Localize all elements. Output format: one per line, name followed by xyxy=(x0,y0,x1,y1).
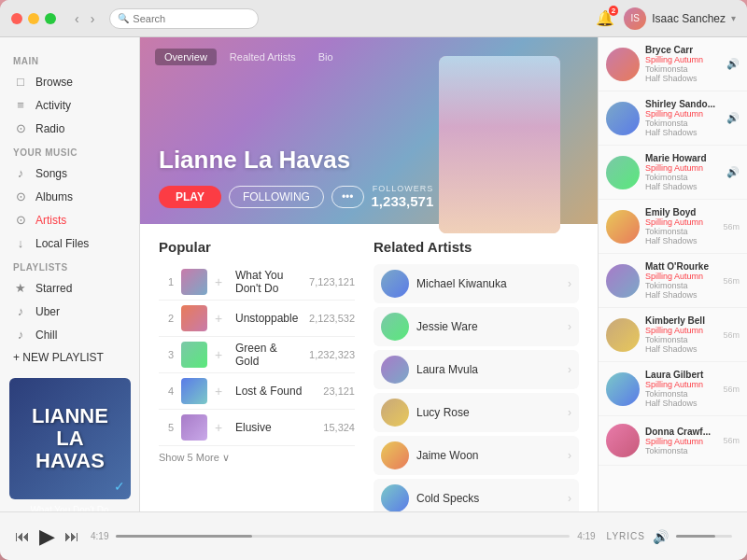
np-user: Kimberly Bell xyxy=(645,315,717,326)
list-item[interactable]: Matt O'Rourke Spilling Autumn Tokimonsta… xyxy=(599,254,747,308)
add-icon[interactable]: + xyxy=(215,420,228,435)
np-sub: Half Shadows xyxy=(645,236,717,245)
now-playing-sidebar: Bryce Carr Spilling Autumn Tokimonsta Ha… xyxy=(598,37,747,511)
app-window: ‹ › 🔍 🔔 2 IS Isaac Sanchez ▾ MAIN xyxy=(0,0,747,560)
search-input[interactable] xyxy=(133,13,250,24)
album-text: LIANNELAHAVAS xyxy=(32,405,108,473)
progress-track[interactable] xyxy=(116,535,570,538)
tab-overview[interactable]: Overview xyxy=(155,49,217,65)
table-row[interactable]: 5 + Elusive 15,324 xyxy=(159,410,355,446)
list-item[interactable]: Kimberly Bell Spilling Autumn Tokimonsta… xyxy=(599,308,747,362)
sidebar-item-local[interactable]: ↓ Local Files xyxy=(0,231,139,255)
search-bar[interactable]: 🔍 xyxy=(109,8,259,29)
list-item[interactable]: Emily Boyd Spilling Autumn Tokimonsta Ha… xyxy=(599,200,747,254)
new-playlist-button[interactable]: + NEW PLAYLIST xyxy=(0,346,139,369)
show-more-button[interactable]: Show 5 More ∨ xyxy=(159,452,355,464)
track-thumb xyxy=(181,269,207,295)
sidebar-playlists-title: PLAYLISTS xyxy=(0,255,139,276)
prev-button[interactable]: ⏮ xyxy=(15,528,30,545)
artist-content: Popular 1 + What You Don't Do 7,123,121 … xyxy=(140,224,598,511)
sidebar-main-title: MAIN xyxy=(0,49,139,70)
play-button[interactable]: PLAY xyxy=(159,186,221,208)
chill-icon: ♪ xyxy=(13,328,28,342)
sidebar-item-radio[interactable]: ⊙ Radio xyxy=(0,117,139,140)
col-left: Popular 1 + What You Don't Do 7,123,121 … xyxy=(159,239,355,511)
np-time: 56m xyxy=(723,222,740,231)
table-row[interactable]: 3 + Green & Gold 1,232,323 xyxy=(159,337,355,373)
sidebar-item-artists[interactable]: ⊙ Artists xyxy=(0,208,139,231)
tab-related[interactable]: Realted Artists xyxy=(220,49,305,65)
play-pause-button[interactable]: ▶ xyxy=(39,525,55,549)
np-song: Spilling Autumn xyxy=(645,163,721,173)
list-item[interactable]: Donna Crawf... Spilling Autumn Tokimonst… xyxy=(599,416,747,466)
list-item[interactable]: Laura Mvula › xyxy=(374,350,579,389)
list-item[interactable]: Cold Specks › xyxy=(374,479,579,511)
following-button[interactable]: FOLLOWING xyxy=(229,186,324,208)
list-item[interactable]: Laura Gilbert Spilling Autumn Tokimonsta… xyxy=(599,362,747,416)
main-layout: MAIN □ Browse ≡ Activity ⊙ Radio YOUR MU… xyxy=(0,37,747,511)
forward-button[interactable]: › xyxy=(87,9,99,28)
np-artist: Tokimonsta xyxy=(645,389,717,399)
avatar xyxy=(606,318,640,352)
now-playing-album[interactable]: LIANNELAHAVAS ✓ xyxy=(9,378,131,499)
np-artist: Tokimonsta xyxy=(645,64,721,74)
next-button[interactable]: ⏭ xyxy=(64,528,79,545)
np-info: Matt O'Rourke Spilling Autumn Tokimonsta… xyxy=(645,261,717,300)
minimize-button[interactable] xyxy=(28,13,39,24)
track-thumb xyxy=(181,378,207,404)
sidebar-item-chill[interactable]: ♪ Chill xyxy=(0,323,139,346)
artist-thumb xyxy=(381,313,409,341)
np-info: Kimberly Bell Spilling Autumn Tokimonsta… xyxy=(645,315,717,354)
sidebar-item-uber[interactable]: ♪ Uber xyxy=(0,300,139,323)
followers-info: FOLLOWERS 1,233,571 xyxy=(372,184,434,209)
artist-figure xyxy=(439,56,560,233)
np-song: Spilling Autumn xyxy=(645,380,717,389)
track-thumb xyxy=(181,305,207,331)
sidebar-item-label: Songs xyxy=(35,167,67,180)
close-button[interactable] xyxy=(11,13,22,24)
track-plays: 7,123,121 xyxy=(309,276,355,287)
nav-arrows: ‹ › xyxy=(71,9,98,28)
np-user: Laura Gilbert xyxy=(645,370,717,380)
list-item[interactable]: Bryce Carr Spilling Autumn Tokimonsta Ha… xyxy=(599,37,747,91)
np-sub: Half Shadows xyxy=(645,128,721,137)
sidebar-item-albums[interactable]: ⊙ Albums xyxy=(0,185,139,208)
list-item[interactable]: Shirley Sando... Spilling Autumn Tokimon… xyxy=(599,91,747,146)
sidebar-item-activity[interactable]: ≡ Activity xyxy=(0,93,139,117)
add-icon[interactable]: + xyxy=(215,384,228,399)
list-item[interactable]: Jessie Ware › xyxy=(374,307,579,346)
volume-slider[interactable] xyxy=(676,535,732,538)
more-button[interactable]: ••• xyxy=(331,186,364,208)
sidebar-item-label: Chill xyxy=(35,329,57,342)
tab-bio[interactable]: Bio xyxy=(309,49,343,65)
user-info[interactable]: IS Isaac Sanchez ▾ xyxy=(624,7,736,30)
notification-badge: 2 xyxy=(609,6,618,16)
table-row[interactable]: 4 + Lost & Found 23,121 xyxy=(159,373,355,410)
back-button[interactable]: ‹ xyxy=(71,9,83,28)
lyrics-button[interactable]: LYRICS xyxy=(607,531,645,541)
np-info: Marie Howard Spilling Autumn Tokimonsta … xyxy=(645,153,721,191)
add-icon[interactable]: + xyxy=(215,347,228,362)
related-name: Laura Mvula xyxy=(416,363,568,376)
notification-icon[interactable]: 🔔 2 xyxy=(596,9,614,27)
list-item[interactable]: Lucy Rose › xyxy=(374,393,579,432)
np-user: Donna Crawf... xyxy=(645,427,717,437)
content-area: Overview Realted Artists Bio Lianne La H… xyxy=(140,37,598,511)
two-col: Popular 1 + What You Don't Do 7,123,121 … xyxy=(159,239,579,511)
sidebar-item-songs[interactable]: ♪ Songs xyxy=(0,161,139,185)
sidebar-item-browse[interactable]: □ Browse xyxy=(0,70,139,93)
maximize-button[interactable] xyxy=(45,13,56,24)
add-icon[interactable]: + xyxy=(215,274,228,289)
add-icon[interactable]: + xyxy=(215,311,228,326)
list-item[interactable]: Michael Kiwanuka › xyxy=(374,264,579,303)
list-item[interactable]: Jaime Woon › xyxy=(374,436,579,475)
chevron-right-icon: › xyxy=(568,363,571,376)
np-time: 56m xyxy=(723,276,740,286)
chevron-down-icon: ▾ xyxy=(731,13,736,23)
sidebar-item-starred[interactable]: ★ Starred xyxy=(0,276,139,300)
list-item[interactable]: Marie Howard Spilling Autumn Tokimonsta … xyxy=(599,146,747,200)
artist-thumb xyxy=(381,270,409,298)
table-row[interactable]: 1 + What You Don't Do 7,123,121 xyxy=(159,264,355,301)
table-row[interactable]: 2 + Unstoppable 2,123,532 xyxy=(159,301,355,337)
np-user: Bryce Carr xyxy=(645,45,721,55)
